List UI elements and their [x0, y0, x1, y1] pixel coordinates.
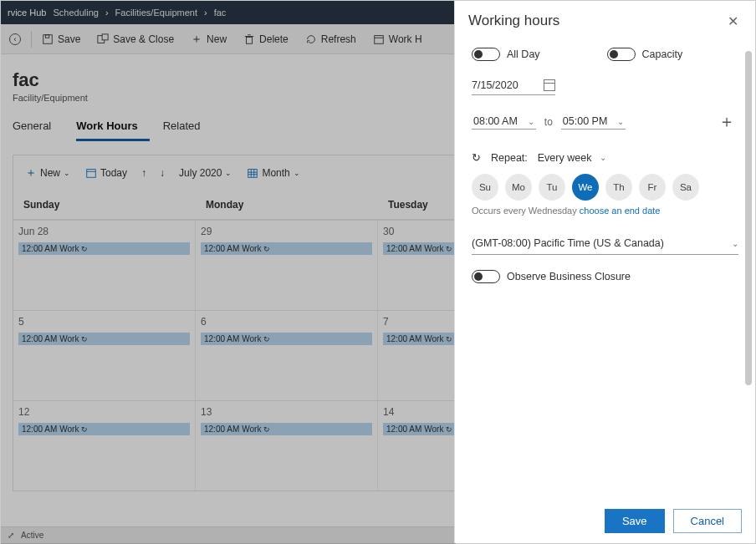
day-header: Sunday [13, 191, 196, 220]
calendar-icon [544, 79, 555, 91]
day-we[interactable]: We [572, 174, 599, 201]
repeat-icon: ↻ [446, 335, 452, 343]
calendar-icon [85, 167, 97, 179]
expand-icon[interactable]: ⤢ [8, 531, 14, 540]
day-th[interactable]: Th [605, 174, 632, 201]
day-sa[interactable]: Sa [672, 174, 699, 201]
calendar-today-button[interactable]: Today [79, 164, 134, 182]
repeat-dropdown[interactable]: Every week ⌄ [538, 152, 607, 164]
svg-rect-0 [43, 34, 53, 43]
tab-general[interactable]: General [13, 114, 63, 141]
back-icon: ‹ [9, 33, 21, 45]
calendar-cell[interactable]: 512:00 AMWork↻ [13, 310, 196, 400]
repeat-icon: ↻ [81, 335, 88, 343]
work-event[interactable]: 12:00 AMWork↻ [201, 423, 372, 435]
calendar-cell[interactable]: 1212:00 AMWork↻ [13, 400, 196, 491]
calendar-cell[interactable]: 612:00 AMWork↻ [196, 310, 378, 400]
repeat-label: Repeat: [491, 152, 528, 164]
repeat-days-group: Su Mo Tu We Th Fr Sa [472, 174, 738, 201]
back-button[interactable]: ‹ [1, 33, 29, 45]
chevron-down-icon: ⌄ [732, 239, 738, 248]
tab-related[interactable]: Related [163, 114, 212, 141]
svg-rect-11 [248, 170, 258, 178]
tab-work-hours[interactable]: Work Hours [76, 114, 149, 141]
record-status: Active [21, 531, 43, 540]
day-fr[interactable]: Fr [639, 174, 666, 201]
working-hours-panel: Working hours ✕ All Day Capacity 7/15/20… [454, 1, 755, 543]
refresh-button[interactable]: Refresh [297, 33, 365, 45]
breadcrumb-item[interactable]: Facilities/Equipment [115, 8, 197, 18]
plus-icon: ＋ [191, 32, 202, 47]
repeat-icon: ↻ [263, 245, 270, 253]
panel-title: Working hours [468, 13, 559, 29]
to-time-input[interactable]: 05:00 PM ⌄ [561, 114, 626, 130]
chevron-down-icon: ⌄ [600, 153, 606, 162]
breadcrumb-sep: › [204, 8, 207, 18]
chevron-down-icon: ⌄ [528, 117, 534, 126]
date-input[interactable]: 7/15/2020 [472, 76, 555, 95]
work-event[interactable]: 12:00 AMWork↻ [18, 423, 190, 435]
toggle-switch-icon [607, 48, 636, 61]
capacity-toggle[interactable]: Capacity [607, 48, 683, 61]
refresh-icon [305, 33, 317, 45]
work-event[interactable]: 12:00 AMWork↻ [18, 242, 190, 255]
svg-rect-4 [247, 37, 253, 43]
timezone-dropdown[interactable]: (GMT-08:00) Pacific Time (US & Canada) ⌄ [472, 232, 738, 255]
svg-rect-3 [102, 33, 108, 39]
view-picker[interactable]: Month ⌄ [240, 164, 306, 182]
add-time-slot-button[interactable]: ＋ [715, 110, 738, 133]
scrollbar-thumb[interactable] [745, 51, 752, 385]
month-view-icon [247, 167, 258, 179]
day-header: Monday [196, 191, 378, 220]
chevron-down-icon: ⌄ [64, 169, 70, 177]
month-picker[interactable]: July 2020 ⌄ [172, 164, 238, 182]
panel-cancel-button[interactable]: Cancel [673, 509, 742, 533]
breadcrumb-item[interactable]: Scheduling [53, 8, 98, 18]
work-event[interactable]: 12:00 AMWork↻ [201, 242, 372, 255]
svg-rect-7 [375, 35, 384, 43]
toggle-switch-icon [472, 48, 500, 61]
save-close-icon [97, 33, 109, 45]
choose-end-date-link[interactable]: choose an end date [580, 206, 661, 216]
work-hours-button[interactable]: Work H [365, 33, 431, 45]
repeat-icon: ↻ [472, 151, 481, 164]
chevron-down-icon: ⌄ [294, 169, 300, 177]
save-close-button[interactable]: Save & Close [89, 33, 182, 45]
next-month-arrow[interactable]: ↓ [154, 167, 171, 179]
occurs-summary: Occurs every Wednesday choose an end dat… [472, 206, 738, 216]
breadcrumb-item[interactable]: fac [214, 8, 227, 18]
chevron-down-icon: ⌄ [617, 117, 624, 126]
prev-month-arrow[interactable]: ↑ [135, 167, 152, 179]
status-bar: ⤢ Active [1, 526, 456, 543]
close-icon: ✕ [728, 14, 738, 28]
breadcrumb-sep: › [105, 8, 109, 18]
new-button[interactable]: ＋ New [182, 32, 235, 47]
day-tu[interactable]: Tu [539, 174, 565, 201]
calendar-cell[interactable]: 2912:00 AMWork↻ [196, 220, 378, 310]
observe-closure-toggle[interactable]: Observe Business Closure [472, 270, 631, 283]
plus-icon: ＋ [718, 112, 735, 130]
work-event[interactable]: 12:00 AMWork↻ [18, 333, 190, 345]
repeat-icon: ↻ [263, 425, 270, 434]
repeat-icon: ↻ [81, 425, 88, 434]
svg-rect-1 [45, 34, 49, 38]
delete-button[interactable]: Delete [235, 33, 297, 45]
from-time-input[interactable]: 08:00 AM ⌄ [472, 114, 536, 130]
plus-icon: ＋ [25, 165, 37, 180]
calendar-cell[interactable]: Jun 2812:00 AMWork↻ [13, 220, 196, 310]
panel-save-button[interactable]: Save [605, 509, 665, 533]
toggle-switch-icon [472, 270, 500, 283]
all-day-toggle[interactable]: All Day [472, 48, 540, 61]
close-button[interactable]: ✕ [724, 13, 742, 29]
trash-icon [243, 33, 255, 45]
save-icon [42, 33, 54, 45]
chevron-down-icon: ⌄ [225, 169, 232, 177]
calendar-new-button[interactable]: ＋ New ⌄ [18, 162, 77, 184]
day-mo[interactable]: Mo [505, 174, 532, 201]
calendar-icon [373, 33, 385, 45]
save-button[interactable]: Save [33, 33, 89, 45]
work-event[interactable]: 12:00 AMWork↻ [201, 333, 372, 345]
to-label: to [544, 116, 553, 128]
calendar-cell[interactable]: 1312:00 AMWork↻ [196, 400, 378, 491]
day-su[interactable]: Su [472, 174, 498, 201]
